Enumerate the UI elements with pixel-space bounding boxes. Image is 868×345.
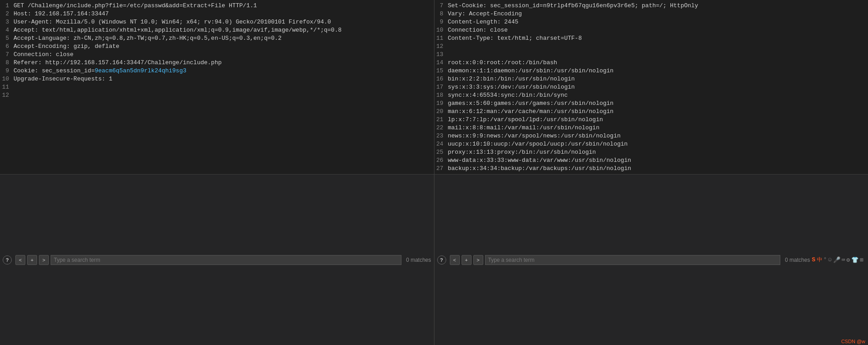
left-toolbar: ? < + > 0 matches	[0, 174, 434, 345]
right-prev-button[interactable]: <	[450, 255, 460, 265]
line-number: 19	[434, 99, 448, 108]
line-number: 21	[434, 116, 448, 124]
table-row: 7Connection: close	[0, 51, 434, 59]
table-row: 9Cookie: sec_session_id=9eacm6q5an5dn9rl…	[0, 67, 434, 75]
s-icon: S	[812, 256, 816, 263]
line-content: GET /Challenge/include.php?file=/etc/pas…	[14, 2, 430, 10]
table-row: 8Referer: http://192.168.157.164:33447/C…	[0, 59, 434, 67]
right-forward-button[interactable]: >	[473, 255, 483, 265]
table-row: 8Vary: Accept-Encoding	[434, 10, 868, 18]
grid-icon: ⊞	[860, 256, 863, 264]
right-next-button[interactable]: +	[462, 255, 472, 265]
table-row: 14root:x:0:0:root:/root:/bin/bash	[434, 59, 868, 67]
line-number: 1	[0, 2, 14, 10]
keyboard-icon: ⌨	[842, 256, 845, 264]
table-row: 11	[0, 83, 434, 91]
line-content: news:x:9:9:news:/var/spool/news:/usr/sbi…	[448, 132, 865, 140]
table-row: 25proxy:x:13:13:proxy:/bin:/usr/sbin/nol…	[434, 148, 868, 156]
line-content: root:x:0:0:root:/root:/bin/bash	[448, 59, 865, 67]
line-number: 24	[434, 140, 448, 148]
table-row: 5Accept-Language: zh-CN,zh;q=0.8,zh-TW;q…	[0, 34, 434, 43]
table-row: 12	[0, 91, 434, 99]
left-next-button[interactable]: +	[27, 255, 37, 265]
line-content: Connection: close	[14, 51, 430, 59]
line-content: Accept-Encoding: gzip, deflate	[14, 43, 430, 51]
line-number: 9	[434, 18, 448, 26]
line-number: 5	[0, 34, 14, 43]
settings-icon: ⚙	[846, 256, 850, 264]
table-row: 26www-data:x:33:33:www-data:/var/www:/us…	[434, 156, 868, 165]
line-content: mail:x:8:8:mail:/var/mail:/usr/sbin/nolo…	[448, 124, 865, 132]
table-row: 10Upgrade-Insecure-Requests: 1	[0, 75, 434, 83]
line-number: 17	[434, 83, 448, 91]
table-row: 12	[434, 43, 868, 51]
line-number: 12	[434, 43, 448, 51]
left-help-button[interactable]: ?	[3, 255, 12, 265]
table-row: 24uucp:x:10:10:uucp:/var/spool/uucp:/usr…	[434, 140, 868, 148]
line-content: backup:x:34:34:backup:/var/backups:/usr/…	[448, 165, 865, 173]
line-content: Content-Length: 2445	[448, 18, 865, 26]
table-row: 27backup:x:34:34:backup:/var/backups:/us…	[434, 165, 868, 173]
table-row: 23news:x:9:9:news:/var/spool/news:/usr/s…	[434, 132, 868, 140]
line-content: Content-Type: text/html; charset=UTF-8	[448, 34, 865, 43]
line-number: 11	[434, 34, 448, 43]
table-row: 4Accept: text/html,application/xhtml+xml…	[0, 26, 434, 34]
line-content: man:x:6:12:man:/var/cache/man:/usr/sbin/…	[448, 108, 865, 116]
line-number: 25	[434, 148, 448, 156]
smile-icon: ☺	[828, 256, 832, 263]
line-content: daemon:x:1:1:daemon:/usr/sbin:/usr/sbin/…	[448, 67, 865, 75]
line-number: 7	[434, 2, 448, 10]
line-content: Upgrade-Insecure-Requests: 1	[14, 75, 430, 83]
line-number: 14	[434, 59, 448, 67]
line-content: sys:x:3:3:sys:/dev:/usr/sbin/nologin	[448, 83, 865, 91]
line-number: 22	[434, 124, 448, 132]
line-content: uucp:x:10:10:uucp:/var/spool/uucp:/usr/s…	[448, 140, 865, 148]
right-help-button[interactable]: ?	[437, 255, 446, 265]
line-number: 23	[434, 132, 448, 140]
line-number: 18	[434, 91, 448, 99]
dot-icon: °	[824, 257, 827, 263]
table-row: 9Content-Length: 2445	[434, 18, 868, 26]
right-search-input[interactable]	[485, 255, 781, 265]
table-row: 18sync:x:4:65534:sync:/bin:/bin/sync	[434, 91, 868, 99]
table-row: 19games:x:5:60:games:/usr/games:/usr/sbi…	[434, 99, 868, 108]
table-row: 1GET /Challenge/include.php?file=/etc/pa…	[0, 2, 434, 10]
table-row: 11Content-Type: text/html; charset=UTF-8	[434, 34, 868, 43]
table-row: 20man:x:6:12:man:/var/cache/man:/usr/sbi…	[434, 108, 868, 116]
line-content: Cookie: sec_session_id=9eacm6q5an5dn9rlk…	[14, 67, 430, 75]
right-matches-count: 0 matches	[785, 257, 810, 263]
right-toolbar: ? < + > 0 matches S 中 ° ☺ 🎤 ⌨ ⚙ 👕 ⊞ CSDN…	[434, 174, 868, 345]
line-content: lp:x:7:7:lp:/var/spool/lpd:/usr/sbin/nol…	[448, 116, 865, 124]
line-content: Vary: Accept-Encoding	[448, 10, 865, 18]
table-row: 13	[434, 51, 868, 59]
line-content: Host: 192.168.157.164:33447	[14, 10, 430, 18]
left-pane: 1GET /Challenge/include.php?file=/etc/pa…	[0, 0, 434, 345]
left-search-input[interactable]	[51, 255, 401, 265]
line-number: 4	[0, 26, 14, 34]
line-number: 26	[434, 156, 448, 165]
shirt-icon: 👕	[851, 256, 859, 264]
line-number: 20	[434, 108, 448, 116]
line-number: 13	[434, 51, 448, 59]
right-toolbar-icons: S 中 ° ☺ 🎤 ⌨ ⚙ 👕 ⊞	[812, 256, 863, 264]
cn-icon: 中	[817, 256, 822, 264]
right-pane: 7Set-Cookie: sec_session_id=n9trlp4fb67q…	[434, 0, 868, 345]
left-prev-button[interactable]: <	[15, 255, 25, 265]
line-content: bin:x:2:2:bin:/bin:/usr/sbin/nologin	[448, 75, 865, 83]
table-row: 15daemon:x:1:1:daemon:/usr/sbin:/usr/sbi…	[434, 67, 868, 75]
left-forward-button[interactable]: >	[39, 255, 49, 265]
line-number: 10	[0, 75, 14, 83]
table-row: 6Accept-Encoding: gzip, deflate	[0, 43, 434, 51]
left-code-area[interactable]: 1GET /Challenge/include.php?file=/etc/pa…	[0, 0, 434, 174]
line-number: 15	[434, 67, 448, 75]
line-number: 7	[0, 51, 14, 59]
table-row: 17sys:x:3:3:sys:/dev:/usr/sbin/nologin	[434, 83, 868, 91]
line-number: 27	[434, 165, 448, 173]
table-row: 3User-Agent: Mozilla/5.0 (Windows NT 10.…	[0, 18, 434, 26]
line-number: 11	[0, 83, 14, 91]
line-content: Referer: http://192.168.157.164:33447/Ch…	[14, 59, 430, 67]
line-number: 3	[0, 18, 14, 26]
right-code-area[interactable]: 7Set-Cookie: sec_session_id=n9trlp4fb67q…	[434, 0, 868, 174]
table-row: 22mail:x:8:8:mail:/var/mail:/usr/sbin/no…	[434, 124, 868, 132]
line-content: proxy:x:13:13:proxy:/bin:/usr/sbin/nolog…	[448, 148, 865, 156]
